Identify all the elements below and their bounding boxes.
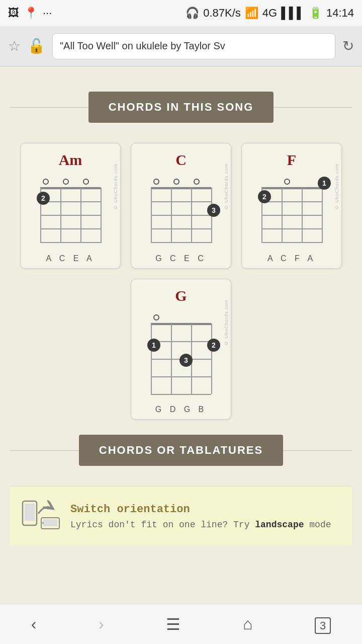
bottom-spacer bbox=[0, 561, 362, 601]
orientation-description: Lyrics don't fit on one line? Try landsc… bbox=[70, 520, 331, 530]
watermark-f: © UkuChords.com bbox=[334, 164, 339, 210]
image-icon: 🖼 bbox=[8, 7, 19, 20]
chord-name-f: F bbox=[287, 151, 296, 169]
bottom-nav: ‹ › ☰ ⌂ 3 bbox=[0, 604, 362, 644]
finger-dot-1: 1 bbox=[318, 177, 331, 190]
tablatures-section-header: CHORDS OR TABLATURES bbox=[10, 435, 352, 466]
url-bar[interactable]: "All Too Well" on ukulele by Taylor Sv bbox=[52, 33, 335, 59]
orientation-highlight: landscape bbox=[255, 520, 304, 530]
chord-diagram-g: 1 2 3 bbox=[146, 308, 216, 399]
orientation-banner: Switch orientation Lyrics don't fit on o… bbox=[10, 486, 352, 546]
watermark-g: © UkuChords.com bbox=[224, 299, 229, 346]
open-dot-2 bbox=[173, 179, 179, 185]
open-dot-1 bbox=[43, 179, 49, 185]
tablatures-button[interactable]: CHORDS OR TABLATURES bbox=[79, 435, 283, 466]
open-dot-1 bbox=[153, 179, 159, 185]
finger-dot-1: 1 bbox=[147, 339, 160, 352]
home-button[interactable]: ⌂ bbox=[233, 610, 262, 638]
string-1 bbox=[60, 188, 61, 243]
more-icon: ··· bbox=[43, 7, 52, 20]
finger-dot-2: 2 bbox=[258, 190, 271, 203]
chord-strings-f: A C F A bbox=[267, 254, 316, 263]
tabs-count: 3 bbox=[315, 617, 331, 634]
finger-dot-3: 3 bbox=[207, 204, 220, 217]
finger-dot-3: 3 bbox=[179, 354, 193, 367]
svg-rect-3 bbox=[43, 519, 57, 526]
string-3 bbox=[101, 188, 102, 243]
status-left-icons: 🖼 📍 ··· bbox=[8, 7, 52, 20]
orientation-text: Switch orientation Lyrics don't fit on o… bbox=[70, 503, 331, 530]
chord-card-g[interactable]: G 1 2 3 bbox=[131, 279, 231, 420]
fret-line-2 bbox=[40, 215, 101, 216]
chord-name-am: Am bbox=[59, 151, 82, 169]
header-line-left bbox=[10, 107, 88, 108]
chords-grid: Am bbox=[10, 143, 352, 420]
main-content: CHORDS IN THIS SONG Am bbox=[0, 66, 362, 561]
browser-bar: ☆ 🔓 "All Too Well" on ukulele by Taylor … bbox=[0, 26, 362, 66]
chord-diagram-f: 1 2 bbox=[256, 173, 327, 248]
back-button[interactable]: ‹ bbox=[21, 610, 47, 638]
fret-line-3 bbox=[40, 228, 101, 229]
header-line-right bbox=[274, 107, 352, 108]
chord-name-g: G bbox=[175, 287, 187, 304]
open-dot-2 bbox=[63, 179, 69, 185]
fret-grid bbox=[151, 188, 211, 243]
status-right-info: 🎧 0.87K/s 📶 4G ▌▌▌ 🔋 14:14 bbox=[186, 7, 354, 20]
chord-diagram-am: 2 bbox=[35, 173, 106, 248]
watermark-am: © UkuChords.com bbox=[113, 164, 118, 210]
open-dot-3 bbox=[194, 179, 200, 185]
chord-strings-c: G C E C bbox=[155, 254, 207, 263]
location-icon: 📍 bbox=[24, 7, 38, 20]
string-2 bbox=[80, 188, 81, 243]
network-speed: 0.87K/s bbox=[203, 7, 241, 20]
chord-name-c: C bbox=[175, 151, 187, 169]
reload-button[interactable]: ↻ bbox=[342, 38, 354, 54]
lock-icon: 🔓 bbox=[28, 38, 45, 54]
chord-card-am[interactable]: Am bbox=[20, 143, 121, 269]
menu-button[interactable]: ☰ bbox=[156, 610, 191, 639]
signal-icon: 4G bbox=[262, 7, 277, 20]
orientation-text-1: Lyrics don't fit on one line? Try bbox=[70, 520, 255, 530]
chord-strings-g: G D G B bbox=[155, 405, 207, 414]
forward-button[interactable]: › bbox=[88, 610, 114, 638]
status-bar: 🖼 📍 ··· 🎧 0.87K/s 📶 4G ▌▌▌ 🔋 14:14 bbox=[0, 0, 362, 26]
chord-card-c[interactable]: C 3 G C E bbox=[131, 143, 231, 269]
favorite-button[interactable]: ☆ bbox=[8, 38, 21, 54]
chords-section-button[interactable]: CHORDS IN THIS SONG bbox=[88, 92, 274, 123]
fret-line-4 bbox=[40, 242, 101, 243]
orientation-title: Switch orientation bbox=[70, 503, 331, 516]
battery-icon: 🔋 bbox=[309, 7, 322, 20]
time-display: 14:14 bbox=[326, 7, 354, 20]
fret-line-0 bbox=[40, 188, 101, 189]
svg-rect-4 bbox=[42, 522, 44, 524]
svg-rect-1 bbox=[25, 504, 35, 521]
finger-dot-2: 2 bbox=[207, 339, 220, 352]
tabs-button[interactable]: 3 bbox=[305, 610, 341, 638]
open-dot-3 bbox=[83, 179, 89, 185]
headphone-icon: 🎧 bbox=[186, 7, 199, 20]
open-dot-1 bbox=[153, 314, 159, 320]
chords-section-header: CHORDS IN THIS SONG bbox=[10, 92, 352, 123]
watermark-c: © UkuChords.com bbox=[224, 164, 229, 210]
signal-bars: ▌▌▌ bbox=[281, 7, 305, 20]
tab-line-right bbox=[283, 450, 352, 451]
tab-line-left bbox=[10, 450, 79, 451]
open-dot-1 bbox=[284, 179, 290, 185]
wifi-icon: 📶 bbox=[245, 7, 258, 20]
finger-dot-2: 2 bbox=[37, 192, 50, 205]
chord-diagram-c: 3 bbox=[146, 173, 216, 248]
chord-card-f[interactable]: F 1 2 A C F bbox=[241, 143, 342, 269]
fret-line-1 bbox=[40, 201, 101, 202]
orientation-text-2: mode bbox=[304, 520, 331, 530]
chord-strings-am: A C E A bbox=[46, 254, 95, 263]
orientation-icon bbox=[20, 499, 60, 534]
url-text: "All Too Well" on ukulele by Taylor Sv bbox=[60, 40, 225, 52]
